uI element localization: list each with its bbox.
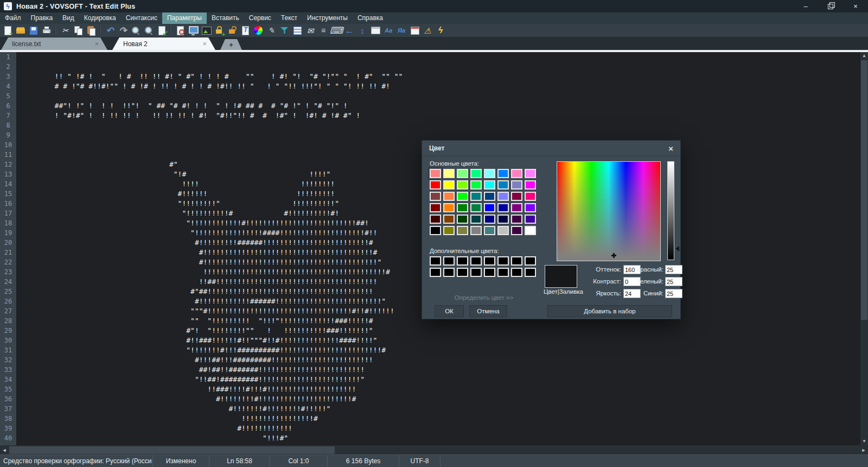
basic-color-swatch[interactable]	[525, 203, 536, 212]
menu-item[interactable]: Правка	[26, 12, 58, 24]
dialog-close-icon[interactable]: ×	[668, 144, 673, 153]
basic-color-swatch[interactable]	[525, 226, 536, 235]
print-preview-icon[interactable]	[174, 24, 186, 36]
basic-color-swatch[interactable]	[430, 214, 441, 224]
warning-icon[interactable]: ⚠	[422, 24, 433, 36]
luminance-bar[interactable]	[667, 161, 674, 260]
copy-icon[interactable]	[72, 24, 84, 36]
basic-color-swatch[interactable]	[470, 192, 482, 201]
green-input[interactable]	[665, 277, 682, 286]
monitor-icon[interactable]	[187, 24, 199, 36]
menu-item[interactable]: Файл	[0, 12, 26, 24]
tab-novaya-2[interactable]: Новая 2 ×	[112, 37, 215, 50]
basic-color-swatch[interactable]	[470, 203, 482, 212]
basic-color-swatch[interactable]	[511, 214, 522, 224]
back-arrow-icon[interactable]: ←	[343, 24, 355, 36]
font-icon[interactable]: T	[239, 24, 251, 36]
menu-item[interactable]: Вставить	[207, 12, 244, 24]
mail-icon[interactable]: ✉	[304, 24, 316, 36]
redo-icon[interactable]: ↷	[117, 24, 129, 36]
basic-color-swatch[interactable]	[457, 180, 468, 190]
calendar-icon[interactable]	[409, 24, 420, 36]
restore-button[interactable]	[818, 0, 843, 12]
red-input[interactable]	[665, 265, 682, 274]
hue-saturation-field[interactable]	[557, 161, 661, 261]
menu-item[interactable]: Справка	[353, 12, 388, 24]
tab-close-icon[interactable]: ×	[94, 40, 99, 47]
close-button[interactable]: ×	[843, 0, 868, 12]
custom-color-swatch[interactable]	[497, 256, 509, 266]
custom-color-swatch[interactable]	[457, 268, 468, 277]
spellcheck-icon[interactable]: ✓	[156, 24, 168, 36]
decrypt-lock-icon[interactable]	[226, 24, 238, 36]
color-crosshair-marker[interactable]	[611, 253, 616, 258]
basic-color-swatch[interactable]	[430, 192, 441, 201]
basic-color-swatch[interactable]	[497, 169, 509, 178]
tab-license-txt[interactable]: license.txt ×	[1, 37, 107, 50]
color-wheel-icon[interactable]	[252, 24, 264, 36]
menu-item[interactable]: Текст	[276, 12, 302, 24]
custom-color-swatch[interactable]	[430, 256, 441, 266]
custom-color-swatch[interactable]	[443, 268, 455, 277]
new-tab-button[interactable]: +	[220, 39, 242, 50]
menu-item[interactable]: Сервис	[244, 12, 276, 24]
custom-color-swatch[interactable]	[525, 256, 536, 266]
basic-color-swatch[interactable]	[484, 226, 495, 235]
open-folder-icon[interactable]	[15, 24, 27, 36]
custom-color-swatch[interactable]	[525, 268, 536, 277]
basic-color-swatch[interactable]	[484, 192, 495, 201]
cancel-button[interactable]: Отмена	[469, 305, 507, 317]
pen-icon[interactable]: ✎	[265, 24, 277, 36]
document-lines-icon[interactable]	[291, 24, 303, 36]
basic-color-swatch[interactable]	[470, 214, 482, 224]
basic-color-swatch[interactable]	[430, 203, 441, 212]
basic-color-swatch[interactable]	[443, 180, 455, 190]
custom-color-swatch[interactable]	[443, 256, 455, 266]
basic-color-swatch[interactable]	[484, 214, 495, 224]
basic-color-swatch[interactable]	[525, 169, 536, 178]
basic-color-swatch[interactable]	[457, 214, 468, 224]
scroll-down-icon[interactable]: ▼	[860, 438, 868, 445]
basic-color-swatch[interactable]	[497, 192, 509, 201]
save-icon[interactable]	[28, 24, 40, 36]
ok-button[interactable]: ОК	[435, 305, 464, 317]
basic-color-swatch[interactable]	[525, 214, 536, 224]
print-icon[interactable]	[41, 24, 53, 36]
basic-color-swatch[interactable]	[525, 180, 536, 190]
basic-color-swatch[interactable]	[497, 203, 509, 212]
basic-color-swatch[interactable]	[511, 192, 522, 201]
basic-color-swatch[interactable]	[484, 203, 495, 212]
custom-color-swatch[interactable]	[511, 268, 522, 277]
custom-color-swatch[interactable]	[470, 268, 482, 277]
add-to-custom-colors-button[interactable]: Добавить в набор	[547, 305, 672, 317]
tab-close-icon[interactable]: ×	[202, 40, 207, 47]
scroll-right-icon[interactable]: ►	[859, 445, 868, 455]
basic-color-swatch[interactable]	[470, 169, 482, 178]
basic-color-swatch[interactable]	[443, 214, 455, 224]
basic-color-swatch[interactable]	[470, 226, 482, 235]
up-down-arrows-icon[interactable]: ↕	[356, 24, 368, 36]
undo-icon[interactable]: ↶	[104, 24, 116, 36]
luminance-slider-arrow[interactable]	[675, 246, 679, 251]
scroll-up-icon[interactable]: ▲	[860, 52, 868, 60]
image-colors-icon[interactable]	[200, 24, 212, 36]
custom-color-swatch[interactable]	[511, 256, 522, 266]
numbered-list-icon[interactable]: ≡	[317, 24, 329, 36]
basic-color-swatch[interactable]	[511, 180, 522, 190]
basic-color-swatch[interactable]	[443, 169, 455, 178]
basic-color-swatch[interactable]	[430, 180, 441, 190]
new-file-icon[interactable]: +	[2, 24, 14, 36]
menu-item[interactable]: Инструменты	[302, 12, 353, 24]
basic-color-swatch[interactable]	[484, 169, 495, 178]
menu-item[interactable]: Параметры	[162, 12, 207, 24]
horizontal-scrollbar-thumb[interactable]	[9, 446, 335, 454]
basic-color-swatch[interactable]	[525, 192, 536, 201]
cut-icon[interactable]: ✂	[59, 24, 71, 36]
basic-color-swatch[interactable]	[430, 169, 441, 178]
custom-color-swatch[interactable]	[497, 268, 509, 277]
dialog-title-bar[interactable]: Цвет ×	[422, 141, 680, 156]
keyboard-icon[interactable]: ⌨	[330, 24, 342, 36]
basic-color-swatch[interactable]	[457, 203, 468, 212]
basic-color-swatch[interactable]	[497, 226, 509, 235]
paste-icon[interactable]	[85, 24, 97, 36]
